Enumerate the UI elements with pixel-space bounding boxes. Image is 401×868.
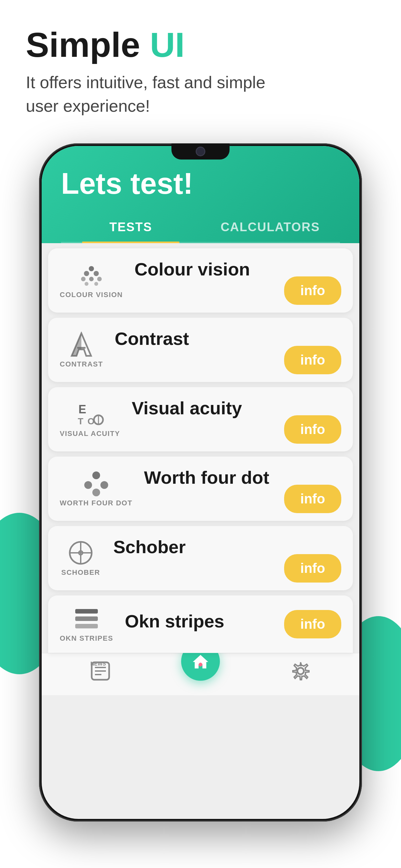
svg-point-6 [85,282,89,286]
worth-four-dot-icon [80,470,112,496]
phone-screen: Lets test! TESTS CALCULATORS [42,146,359,819]
phone-camera [196,147,205,156]
app-title: Lets test! [61,168,340,198]
schober-icon-wrap: SCHOBER [60,540,102,577]
worth-four-dot-icon-wrap: WORTH FOUR DOT [60,470,132,507]
phone-outer: Lets test! TESTS CALCULATORS [39,144,362,822]
okn-stripes-icon-wrap: OKN STRIPES [60,606,113,643]
visual-acuity-icon: E T O [73,401,106,427]
contrast-icon-wrap: CONTRAST [60,332,103,368]
news-icon: NEWS [89,660,112,682]
svg-point-4 [89,277,94,281]
svg-point-2 [94,271,99,276]
page-title: Simple UI [26,26,375,64]
colour-vision-icon-wrap: COLOUR VISION [60,262,123,299]
phone-notch [172,144,229,159]
svg-point-19 [92,489,100,496]
svg-point-0 [89,266,94,271]
test-item-visual-acuity[interactable]: E T O [48,387,353,452]
svg-text:E: E [79,403,86,416]
svg-text:T: T [78,416,83,426]
test-item-schober[interactable]: SCHOBER Schober info [48,526,353,590]
phone-mockup: Lets test! TESTS CALCULATORS [39,144,362,822]
tab-tests[interactable]: TESTS [61,211,201,242]
okn-stripes-icon [70,606,103,631]
worth-four-dot-info-button[interactable]: info [284,485,341,513]
title-plain: Simple [26,25,150,64]
test-item-worth-four-dot[interactable]: WORTH FOUR DOT Worth four dot info [48,457,353,521]
svg-point-3 [81,277,86,281]
svg-point-5 [97,277,102,281]
okn-stripes-label: OKN STRIPES [60,634,113,643]
worth-four-dot-label: WORTH FOUR DOT [60,499,132,507]
svg-marker-10 [72,333,81,356]
colour-vision-label: COLOUR VISION [60,290,123,299]
svg-rect-24 [75,609,98,614]
contrast-info-button[interactable]: info [284,346,341,374]
okn-stripes-info-button[interactable]: info [284,610,341,639]
page-wrapper: Simple UI It offers intuitive, fast and … [0,0,401,868]
header-subtitle: It offers intuitive, fast and simple use… [26,71,290,118]
svg-text:NEWS: NEWS [90,661,106,666]
contrast-label: CONTRAST [60,360,103,368]
svg-rect-25 [75,616,98,621]
app-tabs: TESTS CALCULATORS [61,211,340,243]
schober-label: SCHOBER [61,568,100,577]
svg-rect-26 [75,624,98,628]
test-item-okn-stripes[interactable]: OKN STRIPES Okn stripes info [48,595,353,653]
settings-icon [289,660,312,682]
svg-point-1 [84,271,89,276]
title-highlight: UI [150,25,185,64]
schober-info-button[interactable]: info [284,554,341,583]
home-heart-icon [190,651,211,672]
svg-point-17 [84,481,92,489]
svg-point-18 [100,481,108,489]
visual-acuity-icon-wrap: E T O [60,401,120,438]
colour-vision-info-button[interactable]: info [284,276,341,305]
settings-nav-button[interactable] [289,660,312,682]
visual-acuity-label: VISUAL ACUITY [60,430,120,438]
visual-acuity-info-button[interactable]: info [284,415,341,444]
contrast-icon [65,332,97,358]
schober-icon [65,540,97,566]
svg-point-32 [297,668,304,674]
tests-list: COLOUR VISION Colour vision info [42,248,359,653]
test-item-contrast[interactable]: CONTRAST Contrast info [48,318,353,382]
test-item-colour-vision[interactable]: COLOUR VISION Colour vision info [48,248,353,313]
tab-calculators[interactable]: CALCULATORS [201,211,340,242]
news-nav-button[interactable]: NEWS [89,660,112,682]
header-section: Simple UI It offers intuitive, fast and … [0,0,401,137]
svg-point-7 [94,282,98,286]
colour-vision-icon [75,262,107,288]
bottom-nav: NEWS [42,653,359,695]
app-header: Lets test! TESTS CALCULATORS [42,146,359,243]
svg-point-16 [92,471,100,479]
